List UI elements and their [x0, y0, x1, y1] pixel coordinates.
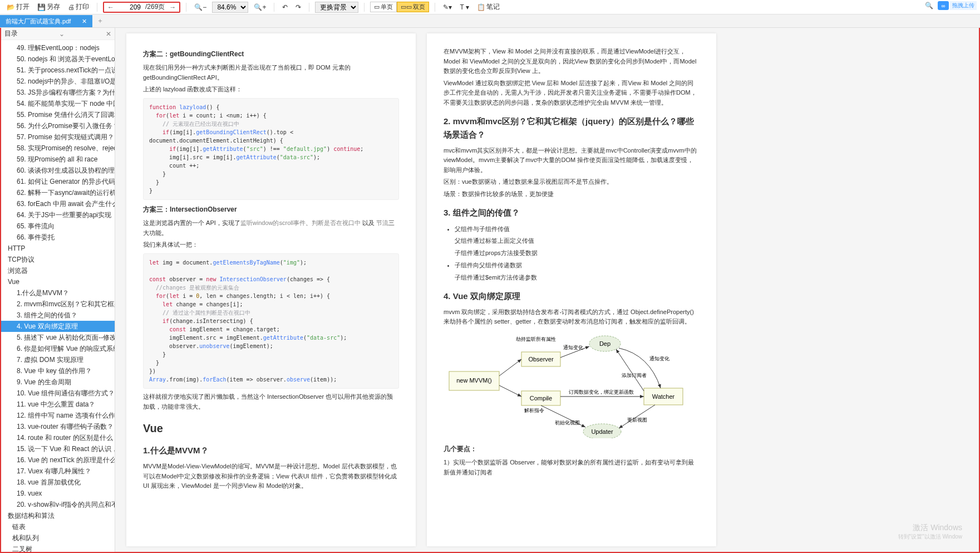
toc-item[interactable]: 15. 说一下 Vue 和 React 的认识，做: [1, 443, 115, 454]
toc-item[interactable]: HTTP: [1, 243, 115, 254]
toc-item[interactable]: 二叉树: [1, 544, 115, 552]
svg-text:订阅数据变化，绑定更新函数: 订阅数据变化，绑定更新函数: [569, 389, 634, 395]
toc-item[interactable]: 5. 描述下 vue 从初始化页面--修改数: [1, 332, 115, 343]
toc-list[interactable]: 49. 理解EventLoop：nodejs50. nodejs 和 浏览器关于…: [1, 40, 115, 552]
toc-item[interactable]: 4. Vue 双向绑定原理: [1, 321, 115, 332]
toc-item[interactable]: 3. 组件之间的传值？: [1, 310, 115, 321]
pages-icon: ▭▭: [401, 3, 412, 11]
toc-item[interactable]: 9. Vue 的生命周期: [1, 376, 115, 388]
paragraph: 子组件通过props方法接受数据: [455, 248, 700, 258]
toc-item[interactable]: 55. Promise 凭借什么消灭了回调地狱: [1, 109, 115, 120]
toc-item[interactable]: 50. nodejs 和 浏览器关于eventLoop: [1, 53, 115, 65]
toc-item[interactable]: 11. vue 中怎么重置 data？: [1, 399, 115, 410]
paragraph: 这样就很方便地实现了图片懒加载，当然这个 IntersectionObserve…: [143, 392, 399, 412]
search-cloud-icon[interactable]: 🔍: [925, 2, 933, 9]
folder-icon: 📂: [7, 3, 15, 11]
toc-item[interactable]: 14. route 和 router 的区别是什么？: [1, 432, 115, 443]
toc-item[interactable]: 19. vuex: [1, 488, 115, 499]
toc-item[interactable]: 49. 理解EventLoop：nodejs: [1, 42, 115, 53]
toc-item[interactable]: TCP协议: [1, 254, 115, 265]
close-sidebar-icon[interactable]: ✕: [106, 30, 111, 38]
workspace: 目录 ⌄ ✕ 49. 理解EventLoop：nodejs50. nodejs …: [0, 28, 980, 553]
prev-page-icon[interactable]: ←: [107, 3, 114, 11]
zoom-out-icon[interactable]: 🔍−: [192, 2, 209, 12]
toc-item[interactable]: 59. 现Promise的 all 和 race: [1, 154, 115, 165]
toc-item[interactable]: 栈和队列: [1, 532, 115, 544]
toc-item[interactable]: 1.什么是MVVM？: [1, 287, 115, 298]
toc-item[interactable]: 20. v-show和v-if指令的共同点和不同: [1, 499, 115, 510]
watermark: 激活 Windows 转到"设置"以激活 Window: [898, 523, 962, 541]
double-page-button[interactable]: ▭▭双页: [397, 2, 429, 12]
background-select[interactable]: 更换背景: [315, 2, 358, 13]
toc-item[interactable]: 56. 为什么Promise要引入微任务？: [1, 120, 115, 131]
toc-item[interactable]: 链表: [1, 521, 115, 532]
toc-item[interactable]: 17. Vuex 有哪几种属性？: [1, 466, 115, 477]
toc-item[interactable]: 60. 谈谈你对生成器以及协程的理解: [1, 165, 115, 176]
heading-vue: Vue: [143, 419, 399, 437]
note-button[interactable]: 📋笔记: [475, 1, 502, 13]
toc-item[interactable]: 8. Vue 中 key 值的作用？: [1, 365, 115, 376]
chevron-icon[interactable]: ⌄: [59, 30, 65, 38]
next-page-icon[interactable]: →: [169, 3, 176, 11]
toc-item[interactable]: 浏览器: [1, 265, 115, 276]
save-icon: 💾: [37, 3, 46, 11]
toc-item[interactable]: 2. mvvm和mvc区别？它和其它框架: [1, 298, 115, 310]
heading: 方案二：getBoundingClientRect: [143, 49, 399, 60]
paragraph: 这是浏览器内置的一个 API，实现了监听window的scroll事件、判断是否…: [143, 218, 399, 238]
svg-text:初始化视图: 初始化视图: [555, 420, 580, 425]
sidebar: 目录 ⌄ ✕ 49. 理解EventLoop：nodejs50. nodejs …: [1, 28, 115, 552]
paragraph: 场景：数据操作比较多的场景，更加便捷: [444, 189, 700, 199]
svg-text:Watcher: Watcher: [652, 393, 675, 400]
file-tab[interactable]: 前端大厂面试题宝典.pdf ✕: [0, 15, 92, 27]
add-tab-button[interactable]: ＋: [92, 14, 108, 27]
tab-title: 前端大厂面试题宝典.pdf: [6, 17, 71, 26]
toc-item[interactable]: 12. 组件中写 name 选项有什么作用？: [1, 410, 115, 421]
toc-item[interactable]: 13. vue-router 有哪些钩子函数？: [1, 421, 115, 432]
close-icon[interactable]: ✕: [82, 18, 87, 25]
toc-item[interactable]: Vue: [1, 276, 115, 287]
cloud-upload[interactable]: 🔍 ∞ 拖拽上传: [925, 1, 977, 10]
toc-item[interactable]: 64. 关于JS中一些重要的api实现: [1, 209, 115, 221]
print-icon: 🖨: [68, 3, 75, 11]
tab-bar: 前端大厂面试题宝典.pdf ✕ ＋: [0, 14, 980, 28]
highlight-icon[interactable]: ✎▾: [441, 2, 454, 12]
undo-icon[interactable]: ↶: [280, 2, 290, 12]
redo-icon[interactable]: ↷: [293, 2, 303, 12]
toc-item[interactable]: 10. Vue 组件间通信有哪些方式？: [1, 388, 115, 399]
toc-item[interactable]: 65. 事件流向: [1, 221, 115, 232]
sidebar-header: 目录 ⌄ ✕: [1, 28, 115, 40]
toc-item[interactable]: 66. 事件委托: [1, 232, 115, 243]
toc-item[interactable]: 61. 如何让 Generator 的异步代码按: [1, 176, 115, 187]
sidebar-title: 目录: [4, 29, 18, 38]
paragraph: 父组件通过标签上面定义传值: [455, 236, 700, 246]
zoom-in-icon[interactable]: 🔍+: [252, 2, 268, 12]
code-block: let img = document.getElementsByTagName(…: [143, 253, 399, 389]
toc-item[interactable]: 63. forEach 中用 await 会产生什么问: [1, 198, 115, 209]
svg-text:劫持监听所有属性: 劫持监听所有属性: [516, 336, 556, 342]
paragraph: 1）实现一个数据监听器 Observer，能够对数据对象的所有属性进行监听，如有…: [444, 458, 700, 477]
toc-item[interactable]: 53. JS异步编程有哪些方案？为什么会: [1, 87, 115, 98]
toc-item[interactable]: 51. 关于process.nextTick的一点说明: [1, 65, 115, 76]
page-input[interactable]: [119, 3, 141, 11]
page-left: 方案二：getBoundingClientRect 现在我们用另外一种方式来判断…: [126, 33, 416, 546]
paragraph: 子组件通过$emit方法传递参数: [455, 273, 700, 283]
save-button[interactable]: 💾另存: [35, 1, 62, 13]
svg-text:解析指令: 解析指令: [524, 408, 544, 413]
toc-item[interactable]: 52. nodejs中的异步、非阻塞I/O是如: [1, 76, 115, 87]
toc-item[interactable]: 18. vue 首屏加载优化: [1, 477, 115, 488]
single-page-button[interactable]: ▭单页: [370, 2, 397, 12]
paragraph: MVVM是Model-View-ViewModel的缩写。MVVM是一种设计思想…: [143, 462, 399, 491]
toc-item[interactable]: 58. 实现Promise的 resolve、reject: [1, 143, 115, 154]
text-tool-icon[interactable]: T ▾: [457, 2, 471, 12]
toc-item[interactable]: 57. Promise 如何实现链式调用？: [1, 131, 115, 143]
toc-item[interactable]: 54. 能不能简单实现一下 node 中回调: [1, 98, 115, 109]
print-button[interactable]: 🖨打印: [66, 1, 91, 13]
zoom-select[interactable]: 84.6%: [212, 2, 248, 13]
toc-item[interactable]: 16. Vue 的 nextTick 的原理是什么？: [1, 454, 115, 466]
heading: 4. Vue 双向绑定原理: [444, 290, 700, 303]
toc-item[interactable]: 62. 解释一下async/await的运行机制: [1, 187, 115, 198]
toc-item[interactable]: 6. 你是如何理解 Vue 的响应式系统的: [1, 343, 115, 354]
open-button[interactable]: 📂打开: [4, 1, 32, 13]
toc-item[interactable]: 7. 虚拟 DOM 实现原理: [1, 354, 115, 365]
toc-item[interactable]: 数据结构和算法: [1, 510, 115, 521]
